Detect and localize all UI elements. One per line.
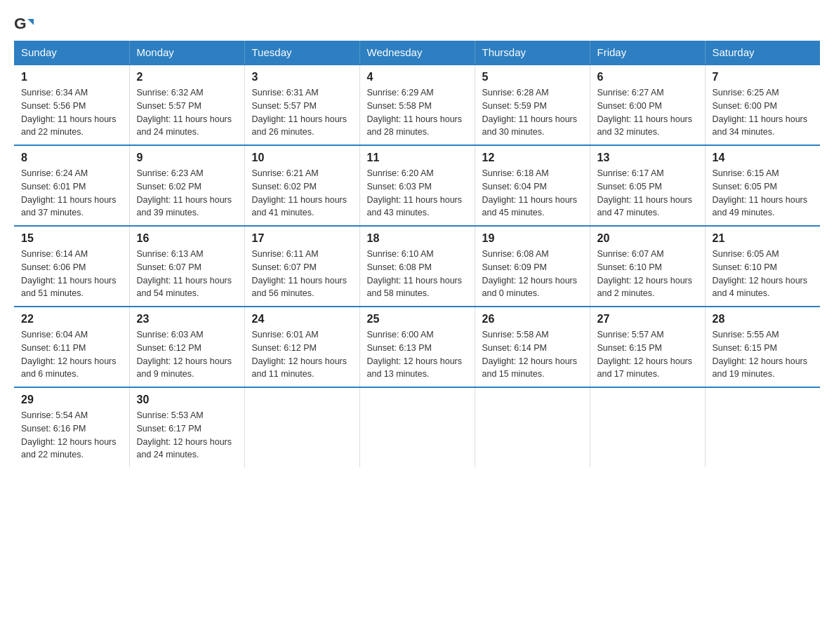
calendar-cell [475, 387, 590, 467]
calendar-cell: 9 Sunrise: 6:23 AMSunset: 6:02 PMDayligh… [129, 145, 244, 226]
calendar-cell: 29 Sunrise: 5:54 AMSunset: 6:16 PMDaylig… [14, 387, 129, 467]
calendar-cell: 12 Sunrise: 6:18 AMSunset: 6:04 PMDaylig… [475, 145, 590, 226]
calendar-cell: 4 Sunrise: 6:29 AMSunset: 5:58 PMDayligh… [359, 65, 475, 145]
logo-icon: G [14, 14, 34, 34]
calendar-cell: 6 Sunrise: 6:27 AMSunset: 6:00 PMDayligh… [590, 65, 705, 145]
calendar-cell: 11 Sunrise: 6:20 AMSunset: 6:03 PMDaylig… [359, 145, 475, 226]
svg-text:G: G [14, 14, 27, 32]
day-info: Sunrise: 6:15 AMSunset: 6:05 PMDaylight:… [713, 167, 814, 220]
day-number: 2 [137, 71, 237, 83]
calendar-cell: 1 Sunrise: 6:34 AMSunset: 5:56 PMDayligh… [14, 65, 129, 145]
day-info: Sunrise: 6:01 AMSunset: 6:12 PMDaylight:… [252, 328, 352, 381]
day-number: 21 [713, 232, 814, 245]
calendar-cell: 15 Sunrise: 6:14 AMSunset: 6:06 PMDaylig… [14, 226, 129, 307]
day-info: Sunrise: 6:20 AMSunset: 6:03 PMDaylight:… [367, 167, 468, 220]
day-info: Sunrise: 5:54 AMSunset: 6:16 PMDaylight:… [21, 409, 122, 462]
day-info: Sunrise: 6:14 AMSunset: 6:06 PMDaylight:… [21, 248, 122, 300]
day-info: Sunrise: 6:27 AMSunset: 6:00 PMDaylight:… [597, 86, 698, 139]
day-info: Sunrise: 6:24 AMSunset: 6:01 PMDaylight:… [21, 167, 122, 220]
day-number: 23 [137, 313, 237, 326]
day-info: Sunrise: 6:31 AMSunset: 5:57 PMDaylight:… [252, 86, 352, 139]
day-number: 25 [367, 313, 468, 326]
day-info: Sunrise: 6:07 AMSunset: 6:10 PMDaylight:… [597, 248, 698, 300]
calendar-cell: 3 Sunrise: 6:31 AMSunset: 5:57 PMDayligh… [244, 65, 359, 145]
day-number: 12 [482, 152, 583, 164]
day-number: 19 [482, 232, 583, 245]
calendar-cell: 13 Sunrise: 6:17 AMSunset: 6:05 PMDaylig… [590, 145, 705, 226]
calendar-cell [590, 387, 705, 467]
day-number: 20 [597, 232, 698, 245]
calendar-cell [705, 387, 820, 467]
calendar-cell: 10 Sunrise: 6:21 AMSunset: 6:02 PMDaylig… [244, 145, 359, 226]
calendar-cell: 20 Sunrise: 6:07 AMSunset: 6:10 PMDaylig… [590, 226, 705, 307]
day-info: Sunrise: 6:00 AMSunset: 6:13 PMDaylight:… [367, 328, 468, 381]
day-number: 10 [252, 152, 352, 164]
day-info: Sunrise: 6:08 AMSunset: 6:09 PMDaylight:… [482, 248, 583, 300]
day-number: 17 [252, 232, 352, 245]
day-info: Sunrise: 6:23 AMSunset: 6:02 PMDaylight:… [137, 167, 237, 220]
day-number: 5 [482, 71, 583, 83]
day-info: Sunrise: 6:17 AMSunset: 6:05 PMDaylight:… [597, 167, 698, 220]
day-number: 9 [137, 152, 237, 164]
column-header-saturday: Saturday [705, 41, 820, 65]
day-number: 18 [367, 232, 468, 245]
day-number: 26 [482, 313, 583, 326]
calendar-cell: 5 Sunrise: 6:28 AMSunset: 5:59 PMDayligh… [475, 65, 590, 145]
day-number: 13 [597, 152, 698, 164]
day-number: 6 [597, 71, 698, 83]
calendar-cell: 18 Sunrise: 6:10 AMSunset: 6:08 PMDaylig… [359, 226, 475, 307]
calendar-header-row: SundayMondayTuesdayWednesdayThursdayFrid… [14, 41, 820, 65]
column-header-monday: Monday [129, 41, 244, 65]
day-info: Sunrise: 6:34 AMSunset: 5:56 PMDaylight:… [21, 86, 122, 139]
day-info: Sunrise: 6:03 AMSunset: 6:12 PMDaylight:… [137, 328, 237, 381]
day-number: 30 [137, 394, 237, 406]
calendar-cell: 23 Sunrise: 6:03 AMSunset: 6:12 PMDaylig… [129, 307, 244, 387]
calendar-cell: 7 Sunrise: 6:25 AMSunset: 6:00 PMDayligh… [705, 65, 820, 145]
calendar-cell: 14 Sunrise: 6:15 AMSunset: 6:05 PMDaylig… [705, 145, 820, 226]
column-header-friday: Friday [590, 41, 705, 65]
day-number: 15 [21, 232, 122, 245]
calendar-week-row: 1 Sunrise: 6:34 AMSunset: 5:56 PMDayligh… [14, 65, 820, 145]
day-number: 3 [252, 71, 352, 83]
calendar-week-row: 29 Sunrise: 5:54 AMSunset: 6:16 PMDaylig… [14, 387, 820, 467]
day-number: 22 [21, 313, 122, 326]
day-info: Sunrise: 6:18 AMSunset: 6:04 PMDaylight:… [482, 167, 583, 220]
day-info: Sunrise: 5:57 AMSunset: 6:15 PMDaylight:… [597, 328, 698, 381]
day-number: 11 [367, 152, 468, 164]
calendar-cell: 28 Sunrise: 5:55 AMSunset: 6:15 PMDaylig… [705, 307, 820, 387]
day-info: Sunrise: 6:04 AMSunset: 6:11 PMDaylight:… [21, 328, 122, 381]
calendar-cell: 30 Sunrise: 5:53 AMSunset: 6:17 PMDaylig… [129, 387, 244, 467]
day-number: 1 [21, 71, 122, 83]
day-info: Sunrise: 6:32 AMSunset: 5:57 PMDaylight:… [137, 86, 237, 139]
column-header-wednesday: Wednesday [359, 41, 475, 65]
calendar-cell: 16 Sunrise: 6:13 AMSunset: 6:07 PMDaylig… [129, 226, 244, 307]
day-info: Sunrise: 5:55 AMSunset: 6:15 PMDaylight:… [713, 328, 814, 381]
calendar-cell: 2 Sunrise: 6:32 AMSunset: 5:57 PMDayligh… [129, 65, 244, 145]
calendar-cell [244, 387, 359, 467]
day-number: 8 [21, 152, 122, 164]
logo: G [14, 14, 37, 34]
day-info: Sunrise: 6:28 AMSunset: 5:59 PMDaylight:… [482, 86, 583, 139]
day-info: Sunrise: 5:53 AMSunset: 6:17 PMDaylight:… [137, 409, 237, 462]
svg-marker-1 [27, 19, 34, 25]
day-info: Sunrise: 6:10 AMSunset: 6:08 PMDaylight:… [367, 248, 468, 300]
column-header-tuesday: Tuesday [244, 41, 359, 65]
day-number: 27 [597, 313, 698, 326]
day-info: Sunrise: 6:05 AMSunset: 6:10 PMDaylight:… [713, 248, 814, 300]
day-info: Sunrise: 5:58 AMSunset: 6:14 PMDaylight:… [482, 328, 583, 381]
calendar-cell: 22 Sunrise: 6:04 AMSunset: 6:11 PMDaylig… [14, 307, 129, 387]
day-number: 4 [367, 71, 468, 83]
calendar-table: SundayMondayTuesdayWednesdayThursdayFrid… [14, 41, 820, 467]
column-header-sunday: Sunday [14, 41, 129, 65]
day-info: Sunrise: 6:11 AMSunset: 6:07 PMDaylight:… [252, 248, 352, 300]
calendar-cell: 24 Sunrise: 6:01 AMSunset: 6:12 PMDaylig… [244, 307, 359, 387]
day-info: Sunrise: 6:29 AMSunset: 5:58 PMDaylight:… [367, 86, 468, 139]
day-number: 24 [252, 313, 352, 326]
calendar-cell: 27 Sunrise: 5:57 AMSunset: 6:15 PMDaylig… [590, 307, 705, 387]
day-info: Sunrise: 6:13 AMSunset: 6:07 PMDaylight:… [137, 248, 237, 300]
calendar-cell: 21 Sunrise: 6:05 AMSunset: 6:10 PMDaylig… [705, 226, 820, 307]
day-number: 28 [713, 313, 814, 326]
calendar-cell: 8 Sunrise: 6:24 AMSunset: 6:01 PMDayligh… [14, 145, 129, 226]
calendar-week-row: 15 Sunrise: 6:14 AMSunset: 6:06 PMDaylig… [14, 226, 820, 307]
day-number: 7 [713, 71, 814, 83]
